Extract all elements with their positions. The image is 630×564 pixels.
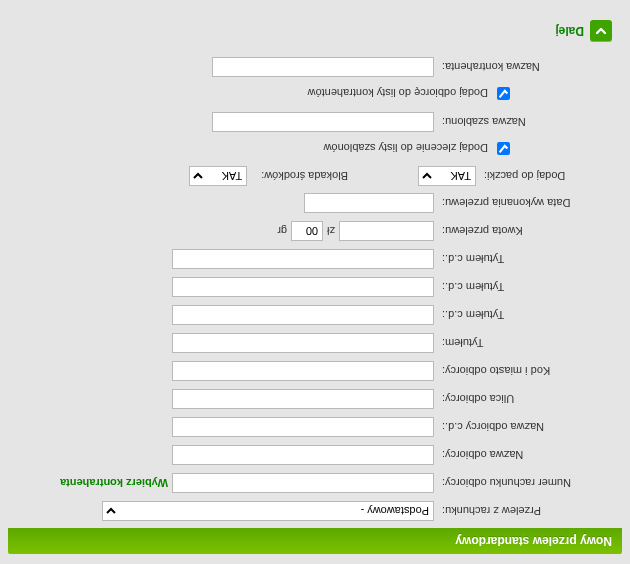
contractor-name-input[interactable] xyxy=(212,57,434,77)
amount-label: Kwota przelewu: xyxy=(434,225,622,237)
row-amount: Kwota przelewu: zł gr xyxy=(8,220,622,242)
row-template-name: Nazwa szablonu: xyxy=(8,111,622,133)
pick-contractor-link[interactable]: Wybierz kontrahenta xyxy=(60,477,168,489)
page-title: Nowy przelew standardowy xyxy=(8,528,622,554)
title-cd3-input[interactable] xyxy=(172,249,434,269)
contractor-name-label: Nazwa kontrahenta: xyxy=(434,61,622,73)
row-recipient-acct: Numer rachunku odbiorcy: Wybierz kontrah… xyxy=(8,472,622,494)
template-name-input[interactable] xyxy=(212,112,434,132)
row-title-cd3: Tytułem c.d.: xyxy=(8,248,622,270)
row-title: Tytułem: xyxy=(8,332,622,354)
paczka-label: Dodaj do paczki: xyxy=(476,170,622,182)
row-recipient-code-city: Kod i miasto odbiorcy: xyxy=(8,360,622,382)
title-label: Tytułem: xyxy=(434,337,622,349)
recipient-street-input[interactable] xyxy=(172,389,434,409)
row-next: Dalej xyxy=(8,20,612,42)
amount-unit-minor: gr xyxy=(277,225,287,237)
recipient-name-input[interactable] xyxy=(172,445,434,465)
account-select[interactable]: Podstawowy - xyxy=(102,501,434,521)
recipient-acct-label: Numer rachunku odbiorcy: xyxy=(434,477,622,489)
template-name-label: Nazwa szablonu: xyxy=(434,116,622,128)
title-input[interactable] xyxy=(172,333,434,353)
add-template-checkbox[interactable] xyxy=(497,142,510,155)
add-contractor-label: Dodaj odbiorcę do listy kontrahentów xyxy=(308,88,488,100)
next-label[interactable]: Dalej xyxy=(555,24,584,38)
row-title-cd1: Tytułem c.d.: xyxy=(8,304,622,326)
row-add-contractor: Dodaj odbiorcę do listy kontrahentów xyxy=(8,84,514,103)
title-cd2-input[interactable] xyxy=(172,277,434,297)
recipient-name-label: Nazwa odbiorcy: xyxy=(434,449,622,461)
row-account: Przelew z rachunku: Podstawowy - xyxy=(8,500,622,522)
exec-date-label: Data wykonania przelewu: xyxy=(434,197,622,209)
title-cd3-label: Tytułem c.d.: xyxy=(434,253,622,265)
recipient-code-city-input[interactable] xyxy=(172,361,434,381)
row-exec-date: Data wykonania przelewu: xyxy=(8,192,622,214)
account-label: Przelew z rachunku: xyxy=(434,505,622,517)
amount-unit-major: zł xyxy=(327,225,335,237)
row-recipient-name-cd: Nazwa odbiorcy c.d.: xyxy=(8,416,622,438)
title-cd1-label: Tytułem c.d.: xyxy=(434,309,622,321)
recipient-street-label: Ulica odbiorcy: xyxy=(434,393,622,405)
add-contractor-checkbox[interactable] xyxy=(497,87,510,100)
exec-date-input[interactable] xyxy=(304,193,434,213)
row-recipient-name: Nazwa odbiorcy: xyxy=(8,444,622,466)
blokada-select[interactable]: TAK xyxy=(189,166,247,186)
recipient-acct-input[interactable] xyxy=(172,473,434,493)
blokada-label: Blokada środków: xyxy=(253,170,348,182)
chevron-down-icon xyxy=(594,24,608,38)
title-cd2-label: Tytułem c.d.: xyxy=(434,281,622,293)
row-recipient-street: Ulica odbiorcy: xyxy=(8,388,622,410)
add-template-label: Dodaj zlecenie do listy szablonów xyxy=(324,143,488,155)
recipient-name-cd-input[interactable] xyxy=(172,417,434,437)
amount-minor-input[interactable] xyxy=(291,221,323,241)
row-add-template: Dodaj zlecenie do listy szablonów xyxy=(8,139,514,158)
title-cd1-input[interactable] xyxy=(172,305,434,325)
recipient-code-city-label: Kod i miasto odbiorcy: xyxy=(434,365,622,377)
paczka-select[interactable]: TAK xyxy=(418,166,476,186)
next-button[interactable] xyxy=(590,20,612,42)
row-paczka: Dodaj do paczki: TAK Blokada środków: TA… xyxy=(8,166,622,186)
row-title-cd2: Tytułem c.d.: xyxy=(8,276,622,298)
amount-major-input[interactable] xyxy=(339,221,434,241)
row-contractor-name: Nazwa kontrahenta: xyxy=(8,56,622,78)
recipient-name-cd-label: Nazwa odbiorcy c.d.: xyxy=(434,421,622,433)
